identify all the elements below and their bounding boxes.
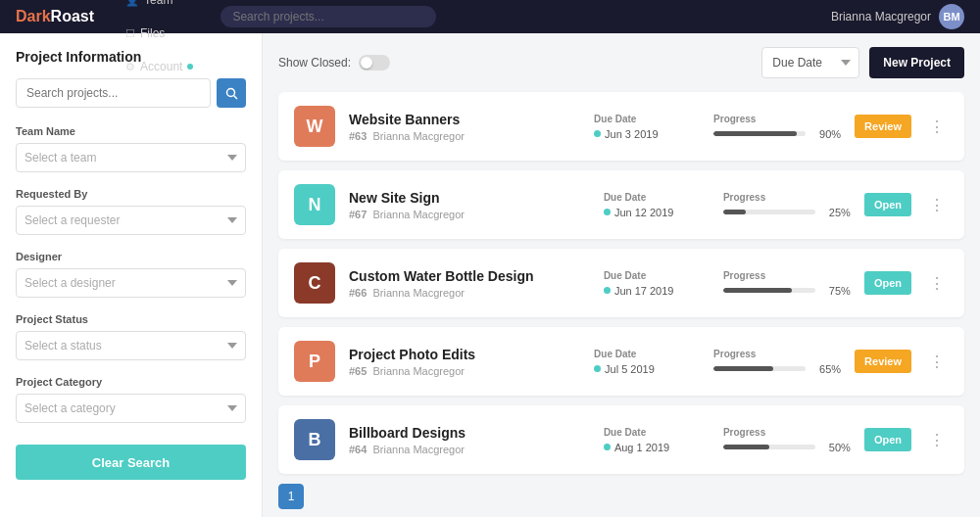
field-group-designer: Designer Select a designer	[16, 251, 246, 298]
field-label-requester: Requested By	[16, 188, 246, 200]
field-select-category[interactable]: Select a category	[16, 394, 246, 423]
progress-group: Progress 75%	[723, 270, 851, 297]
project-meta: Due Date Jun 17 2019 Progress 75%	[604, 270, 851, 297]
due-date-label: Due Date	[604, 192, 692, 203]
progress-bar-fill	[723, 210, 747, 214]
search-icon	[225, 87, 238, 100]
sidebar-search-button[interactable]	[217, 78, 246, 108]
toolbar: Show Closed: Due Date New Project	[278, 47, 964, 78]
project-info: Website Banners #63 Brianna Macgregor	[349, 112, 580, 142]
files-nav-icon: ☐	[125, 27, 135, 40]
due-date-label: Due Date	[594, 114, 682, 124]
topnav-search-area	[220, 6, 815, 27]
new-project-button[interactable]: New Project	[869, 47, 964, 78]
due-date-value: Jun 12 2019	[604, 207, 692, 218]
progress-bar-bg	[723, 445, 815, 449]
project-meta: Due Date Jun 3 2019 Progress 90%	[594, 114, 841, 140]
field-label-designer: Designer	[16, 251, 246, 262]
status-badge: Review	[855, 115, 911, 138]
table-row[interactable]: P Project Photo Edits #65 Brianna Macgre…	[278, 327, 964, 396]
project-info: Custom Water Bottle Design #66 Brianna M…	[349, 268, 590, 299]
project-sub: #63 Brianna Macgregor	[349, 130, 580, 142]
avatar[interactable]: BM	[939, 4, 964, 29]
due-date-value: Aug 1 2019	[604, 442, 692, 453]
nav-item-account[interactable]: ⚙ Account	[114, 50, 205, 83]
project-meta: Due Date Aug 1 2019 Progress 50%	[604, 427, 851, 453]
due-date-group: Due Date Jun 17 2019	[604, 270, 692, 297]
progress-row: 75%	[723, 285, 851, 297]
user-name: Brianna Macgregor	[831, 10, 931, 24]
svg-point-0	[226, 88, 234, 96]
table-row[interactable]: C Custom Water Bottle Design #66 Brianna…	[278, 249, 964, 317]
progress-label: Progress	[713, 349, 841, 359]
avatar-initials: BM	[943, 11, 959, 23]
progress-label: Progress	[723, 192, 851, 203]
sidebar: Project Information Team Name Select a t…	[0, 33, 263, 517]
field-select-designer[interactable]: Select a designer	[16, 268, 246, 298]
more-options-button[interactable]: ⋮	[925, 427, 949, 453]
table-row[interactable]: W Website Banners #63 Brianna Macgregor …	[278, 92, 964, 161]
progress-bar-bg	[713, 366, 806, 371]
field-group-team: Team Name Select a team	[16, 125, 246, 172]
show-closed-toggle[interactable]	[359, 55, 390, 70]
progress-label: Progress	[723, 427, 851, 438]
progress-label: Progress	[723, 270, 851, 281]
nav-item-team[interactable]: 👤 Team	[114, 0, 205, 17]
project-sub: #67 Brianna Macgregor	[349, 209, 590, 220]
field-select-status[interactable]: Select a status	[16, 331, 246, 360]
project-info: Billboard Designs #64 Brianna Macgregor	[349, 425, 590, 455]
field-select-team[interactable]: Select a team	[16, 143, 246, 172]
more-options-button[interactable]: ⋮	[925, 114, 949, 140]
due-date-label: Due Date	[604, 427, 692, 438]
svg-line-1	[233, 95, 237, 99]
account-nav-label: Account	[140, 60, 182, 73]
pagination: 1	[278, 484, 964, 509]
table-row[interactable]: N New Site Sign #67 Brianna Macgregor Du…	[278, 170, 964, 239]
team-nav-icon: 👤	[125, 0, 139, 7]
show-closed-label: Show Closed:	[278, 56, 351, 70]
page-1-button[interactable]: 1	[278, 484, 304, 509]
team-nav-label: Team	[144, 0, 172, 7]
logo[interactable]: DarkRoast	[16, 8, 94, 25]
project-name: Billboard Designs	[349, 425, 590, 441]
status-badge: Open	[864, 271, 911, 295]
progress-pct: 65%	[813, 363, 841, 375]
status-badge: Review	[855, 350, 911, 373]
due-date-group: Due Date Jun 12 2019	[604, 192, 692, 218]
field-group-status: Project Status Select a status	[16, 313, 246, 360]
progress-pct: 50%	[823, 442, 851, 453]
nav-item-files[interactable]: ☐ Files	[114, 17, 205, 50]
progress-bar-fill	[713, 131, 797, 136]
project-name: Project Photo Edits	[349, 347, 580, 362]
progress-bar-bg	[723, 210, 815, 214]
progress-group: Progress 50%	[723, 427, 851, 453]
sort-select[interactable]: Due Date	[761, 47, 859, 78]
field-select-requester[interactable]: Select a requester	[16, 206, 246, 235]
progress-pct: 25%	[823, 207, 851, 218]
progress-row: 65%	[713, 363, 841, 375]
logo-dark: Dark	[16, 8, 51, 24]
topnav: DarkRoast ☰ Requests 👤 Team ☐ Files ⚙ Ac…	[0, 0, 980, 33]
main-content: Show Closed: Due Date New Project W Webs…	[263, 33, 980, 517]
project-meta: Due Date Jul 5 2019 Progress 65%	[594, 349, 841, 375]
project-icon: W	[294, 106, 335, 147]
user-area: Brianna Macgregor BM	[831, 4, 964, 29]
more-options-button[interactable]: ⋮	[925, 349, 949, 375]
progress-group: Progress 65%	[713, 349, 841, 375]
project-sub: #65 Brianna Macgregor	[349, 365, 580, 377]
table-row[interactable]: B Billboard Designs #64 Brianna Macgrego…	[278, 405, 964, 474]
field-label-team: Team Name	[16, 125, 246, 137]
clear-search-button[interactable]: Clear Search	[16, 445, 246, 480]
due-date-dot	[604, 444, 611, 450]
project-sub: #66 Brianna Macgregor	[349, 287, 590, 299]
progress-label: Progress	[713, 114, 841, 124]
progress-group: Progress 25%	[723, 192, 851, 218]
more-options-button[interactable]: ⋮	[925, 192, 949, 218]
project-info: New Site Sign #67 Brianna Macgregor	[349, 190, 590, 220]
due-date-label: Due Date	[604, 270, 692, 281]
progress-row: 50%	[723, 442, 851, 453]
more-options-button[interactable]: ⋮	[925, 270, 949, 297]
topnav-search-input[interactable]	[220, 6, 436, 27]
due-date-value: Jul 5 2019	[594, 363, 682, 375]
project-name: Website Banners	[349, 112, 580, 127]
